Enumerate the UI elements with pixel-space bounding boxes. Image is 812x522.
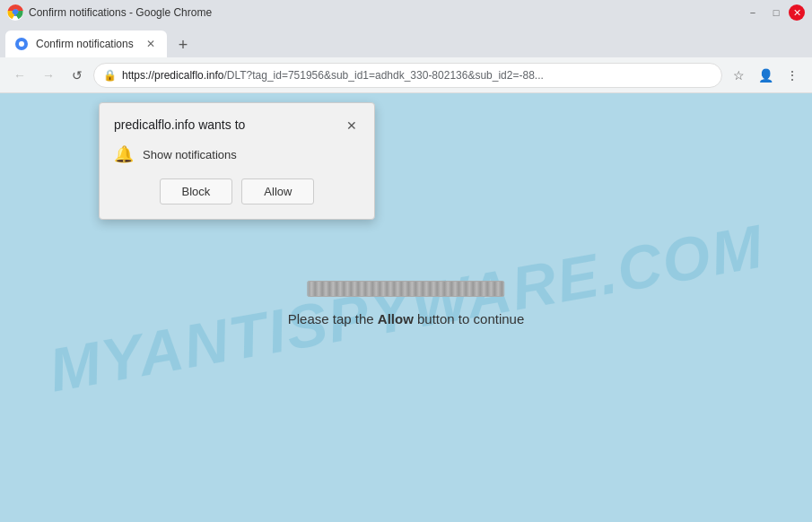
popup-header: predicalflo.info wants to ✕ <box>114 117 360 134</box>
title-bar-left: Confirm notifications - Google Chrome <box>7 4 212 21</box>
title-bar: Confirm notifications - Google Chrome − … <box>0 0 812 25</box>
account-button[interactable]: 👤 <box>753 63 778 88</box>
maximize-button[interactable]: □ <box>765 4 787 21</box>
loading-text: Please tap the Allow button to continue <box>288 311 525 326</box>
loading-text-before: Please tap the <box>288 311 378 326</box>
window-controls: − □ ✕ <box>742 4 805 21</box>
bookmark-button[interactable]: ☆ <box>726 63 751 88</box>
notification-popup: predicalflo.info wants to ✕ 🔔 Show notif… <box>99 102 375 220</box>
close-button[interactable]: ✕ <box>789 4 805 21</box>
minimize-button[interactable]: − <box>742 4 764 21</box>
loading-text-after: button to continue <box>414 311 524 326</box>
loading-text-bold: Allow <box>378 311 414 326</box>
url-path: /DLT?tag_id=751956&sub_id1=adhdk_330-802… <box>223 69 543 82</box>
url-text: https://predicalflo.info/DLT?tag_id=7519… <box>122 69 544 82</box>
tab-title: Confirm notifications <box>36 38 136 50</box>
url-bar[interactable]: 🔒 https://predicalflo.info/DLT?tag_id=75… <box>93 63 722 88</box>
popup-permission-row: 🔔 Show notifications <box>114 144 360 164</box>
chrome-logo-icon <box>7 4 23 21</box>
new-tab-button[interactable]: + <box>170 34 196 56</box>
loading-bar-container <box>307 281 504 297</box>
tab-close-button[interactable]: ✕ <box>144 37 158 51</box>
tab-bar: Confirm notifications ✕ + <box>0 25 812 57</box>
window-title: Confirm notifications - Google Chrome <box>29 6 212 19</box>
permission-label: Show notifications <box>143 148 237 161</box>
url-domain: https://predicalflo.info <box>122 69 223 82</box>
block-button[interactable]: Block <box>160 178 233 204</box>
popup-buttons: Block Allow <box>114 178 360 204</box>
loading-bar-fill <box>308 282 503 296</box>
browser-tab[interactable]: Confirm notifications ✕ <box>5 30 167 57</box>
forward-button[interactable]: → <box>36 63 61 88</box>
menu-button[interactable]: ⋮ <box>780 63 805 88</box>
svg-point-3 <box>19 41 24 47</box>
lock-icon: 🔒 <box>103 69 117 82</box>
tab-favicon-icon <box>14 37 29 51</box>
allow-button[interactable]: Allow <box>241 178 314 204</box>
loading-section: Please tap the Allow button to continue <box>288 281 525 326</box>
popup-title: predicalflo.info wants to <box>114 117 245 132</box>
address-actions: ☆ 👤 ⋮ <box>726 63 805 88</box>
refresh-button[interactable]: ↺ <box>65 63 90 88</box>
back-button[interactable]: ← <box>7 63 32 88</box>
page-content: MYANTISPYWARE.COM predicalflo.info wants… <box>0 93 812 522</box>
address-bar: ← → ↺ 🔒 https://predicalflo.info/DLT?tag… <box>0 57 812 93</box>
popup-close-button[interactable]: ✕ <box>344 117 360 134</box>
bell-icon: 🔔 <box>114 144 134 164</box>
